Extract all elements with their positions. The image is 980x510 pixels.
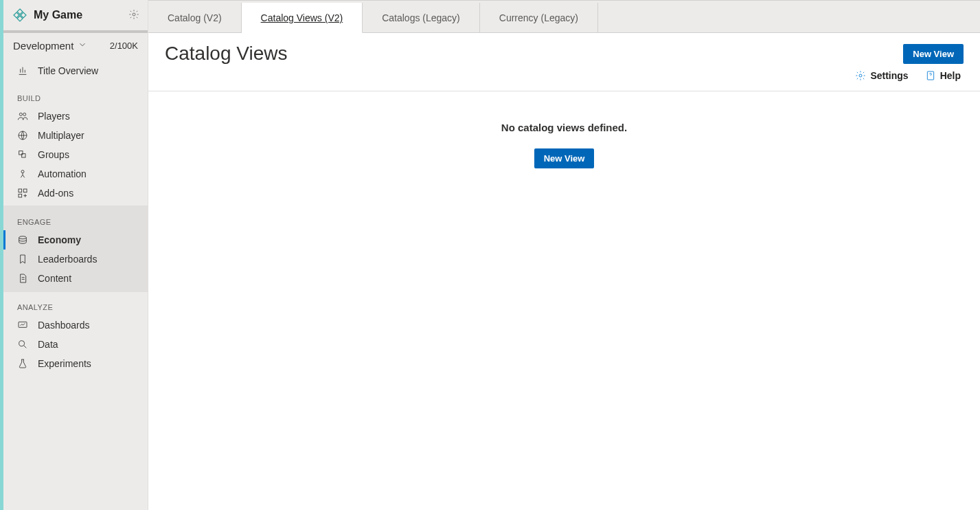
svg-point-10 [19,236,27,239]
sidebar-item-label: Players [38,111,70,122]
sidebar-section-analyze: ANALYZE Dashboards Data Experiments [3,292,148,376]
usage-count: 2/100K [110,41,138,51]
sidebar-item-players[interactable]: Players [3,107,148,126]
page-title: Catalog Views [165,43,287,65]
bookmark-icon [17,254,28,265]
sidebar-item-label: Leaderboards [38,254,97,265]
players-icon [17,111,28,122]
sidebar-section-engage: ENGAGE Economy Leaderboards Content [3,206,148,292]
document-icon [17,273,28,284]
app-logo-icon [12,7,28,23]
svg-point-12 [19,341,25,346]
sidebar-item-title-overview[interactable]: Title Overview [3,61,148,80]
empty-new-view-button[interactable]: New View [534,148,595,168]
addons-icon [17,188,28,199]
tab-currency-legacy[interactable]: Currency (Legacy) [480,3,598,32]
sidebar-item-economy[interactable]: Economy [3,230,148,250]
empty-message: No catalog views defined. [501,122,627,133]
empty-state: No catalog views defined. New View [148,91,980,510]
sidebar-item-label: Automation [38,168,87,179]
page-header-actions: Settings Help [165,65,964,88]
environment-selector: Development 2/100K [3,33,148,58]
sidebar-item-automation[interactable]: Automation [3,164,148,184]
gear-icon[interactable] [128,9,139,22]
svg-point-6 [21,170,24,173]
sidebar-item-label: Dashboards [38,320,90,331]
bar-chart-icon [17,65,28,76]
sidebar-header: My Game [3,0,148,33]
automation-icon [17,168,28,179]
tab-catalog-v2[interactable]: Catalog (V2) [148,3,242,32]
help-link[interactable]: Help [925,70,961,81]
sidebar-item-multiplayer[interactable]: Multiplayer [3,126,148,145]
economy-icon [17,234,28,245]
sidebar-item-label: Groups [38,149,69,160]
dashboard-icon [17,320,28,331]
main-area: Catalog (V2) Catalog Views (V2) Catalogs… [148,0,980,510]
svg-rect-4 [19,151,23,155]
flask-icon [17,358,28,369]
page-header: Catalog Views New View Settings Help [148,33,980,91]
new-view-button[interactable]: New View [903,44,964,64]
settings-gear-icon [855,70,866,81]
section-title-engage: ENGAGE [3,210,148,230]
tab-catalog-views-v2[interactable]: Catalog Views (V2) [242,3,363,33]
section-title-build: BUILD [3,86,148,107]
settings-link[interactable]: Settings [855,70,908,81]
svg-rect-5 [22,154,25,157]
environment-label: Development [13,40,73,52]
sidebar-section-overview: Title Overview [3,58,148,83]
svg-rect-9 [19,194,22,197]
sidebar-item-label: Add-ons [38,188,73,199]
svg-rect-8 [23,189,27,192]
svg-point-0 [133,13,135,16]
environment-dropdown[interactable]: Development [13,40,87,52]
sidebar-item-label: Title Overview [38,65,98,76]
page-header-row: Catalog Views New View [165,43,964,65]
groups-icon [17,149,28,160]
sidebar-item-label: Economy [38,234,81,245]
sidebar-item-data[interactable]: Data [3,335,148,354]
svg-rect-7 [19,189,22,192]
tab-catalogs-legacy[interactable]: Catalogs (Legacy) [363,3,480,32]
sidebar: My Game Development 2/100K Title Overvie… [0,0,148,510]
chevron-down-icon [78,40,87,52]
content: Catalog Views New View Settings Help [148,33,980,510]
help-label: Help [940,70,961,81]
settings-label: Settings [870,70,908,81]
sidebar-item-experiments[interactable]: Experiments [3,354,148,373]
sidebar-item-content[interactable]: Content [3,269,148,288]
section-title-analyze: ANALYZE [3,295,148,315]
sidebar-item-label: Data [38,339,58,350]
globe-icon [17,130,28,141]
tab-bar: Catalog (V2) Catalog Views (V2) Catalogs… [148,0,980,33]
svg-point-13 [859,74,862,77]
sidebar-section-build: BUILD Players Multiplayer Groups Automat… [3,83,148,206]
sidebar-item-label: Content [38,273,71,284]
sidebar-item-label: Experiments [38,358,91,369]
sidebar-item-label: Multiplayer [38,130,84,141]
search-icon [17,339,28,350]
sidebar-item-addons[interactable]: Add-ons [3,184,148,203]
help-document-icon [925,70,936,81]
game-name: My Game [34,9,128,21]
svg-point-1 [19,113,22,115]
sidebar-item-dashboards[interactable]: Dashboards [3,315,148,335]
sidebar-item-groups[interactable]: Groups [3,145,148,164]
sidebar-item-leaderboards[interactable]: Leaderboards [3,250,148,269]
svg-point-2 [23,113,26,115]
